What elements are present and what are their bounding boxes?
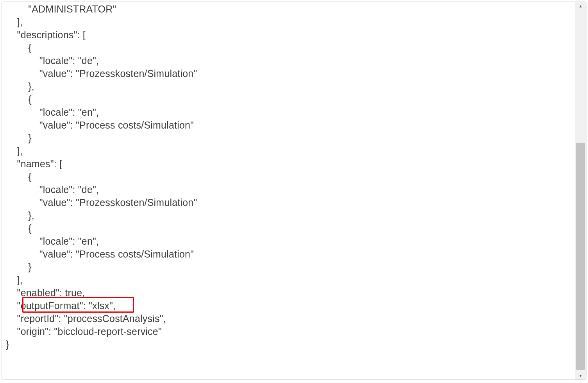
code-line: { [6, 93, 575, 106]
code-panel: "ADMINISTRATOR" ], "descriptions": [ { "… [2, 2, 586, 380]
code-line: "value": "Process costs/Simulation" [6, 248, 575, 261]
code-line: "locale": "de", [6, 183, 575, 196]
vertical-scrollbar[interactable]: ▴ ▾ [575, 2, 586, 379]
code-line: ], [6, 274, 575, 286]
scroll-up-arrow-icon[interactable]: ▴ [575, 2, 586, 10]
code-line: "locale": "de", [6, 54, 575, 67]
code-line: } [6, 132, 575, 145]
code-line: "locale": "en", [6, 106, 575, 119]
scroll-down-arrow-icon[interactable]: ▾ [575, 372, 586, 379]
code-line: "value": "Prozesskosten/Simulation" [6, 67, 575, 80]
code-line: "locale": "en", [6, 235, 575, 248]
code-line: "reportId": "processCostAnalysis", [6, 312, 575, 325]
code-line: { [6, 222, 575, 235]
code-line: "names": [ [6, 157, 575, 170]
code-line: "outputFormat": "xlsx", [6, 299, 575, 312]
code-line: ], [6, 145, 575, 157]
code-line: "origin": "biccloud-report-service" [6, 325, 575, 338]
code-line: }, [6, 80, 575, 93]
code-line: { [6, 170, 575, 183]
scroll-down-glyph: ▾ [579, 373, 582, 378]
code-line: "descriptions": [ [6, 29, 575, 41]
scrollbar-thumb[interactable] [576, 143, 585, 370]
code-line: { [6, 41, 575, 54]
code-line: "enabled": true, [6, 286, 575, 299]
code-line: }, [6, 209, 575, 222]
code-line: "ADMINISTRATOR" [6, 3, 575, 16]
code-line: "value": "Prozesskosten/Simulation" [6, 196, 575, 209]
code-line: } [6, 338, 575, 351]
code-line: } [6, 261, 575, 274]
code-viewport: "ADMINISTRATOR" ], "descriptions": [ { "… [2, 2, 575, 379]
code-line: "value": "Process costs/Simulation" [6, 119, 575, 132]
scroll-up-glyph: ▴ [579, 3, 582, 9]
code-line: ], [6, 16, 575, 29]
json-code-block: "ADMINISTRATOR" ], "descriptions": [ { "… [2, 3, 575, 351]
